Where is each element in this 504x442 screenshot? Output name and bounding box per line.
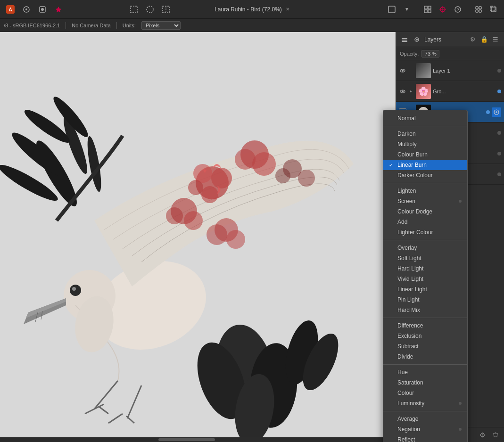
svg-point-72 <box>402 90 404 92</box>
icon-lock[interactable]: 🔒 <box>479 35 489 44</box>
layer-item[interactable]: 🌸 Gro... <box>396 81 504 102</box>
svg-point-45 <box>166 207 183 224</box>
icon-arrange[interactable] <box>421 3 434 16</box>
icon-settings[interactable]: ⚙ <box>468 35 478 44</box>
blend-section-difference: Difference Exclusion Subtract Divide <box>383 319 467 363</box>
blend-item-exclusion[interactable]: Exclusion <box>383 331 467 341</box>
opacity-input[interactable] <box>421 50 439 57</box>
expand-icon[interactable] <box>408 68 414 74</box>
layer-name: Layer 1 <box>433 68 496 74</box>
blend-item-colour-dodge[interactable]: Colour Dodge <box>383 206 467 217</box>
blend-item-hard-light[interactable]: Hard Light <box>383 263 467 274</box>
blend-mode-dropdown: Normal Darken Multiply Colour Burn ✓ Lin… <box>383 110 468 442</box>
blend-item-hard-mix[interactable]: Hard Mix <box>383 305 467 315</box>
blend-label: Lighten <box>397 188 416 194</box>
blend-item-linear-burn[interactable]: ✓ Linear Burn <box>383 160 467 170</box>
divider <box>383 411 467 411</box>
blend-item-add[interactable]: Add <box>383 217 467 227</box>
info-bar: /8 - sRGB IEC61966-2.1 No Camera Data Un… <box>0 19 504 32</box>
svg-rect-14 <box>428 10 431 13</box>
icon-layers[interactable] <box>400 35 409 44</box>
blend-item-luminosity[interactable]: Luminosity <box>383 398 467 409</box>
blend-item-soft-light[interactable]: Soft Light <box>383 253 467 263</box>
blend-item-difference[interactable]: Difference <box>383 320 467 331</box>
blend-section-average: Average Negation Reflect Glow Contrast N… <box>383 413 467 442</box>
icon-select-rect[interactable] <box>127 3 140 16</box>
blend-item-normal[interactable]: Normal <box>383 113 467 123</box>
blend-item-reflect[interactable]: Reflect <box>383 434 467 442</box>
icon-tool3[interactable] <box>52 3 65 16</box>
eye-icon[interactable] <box>399 67 406 74</box>
svg-point-36 <box>193 164 212 183</box>
expand-icon[interactable] <box>408 89 414 94</box>
blend-label: Negation <box>397 426 420 433</box>
blend-label: Pin Light <box>397 296 420 303</box>
layer-item[interactable]: Layer 1 <box>396 60 504 81</box>
icon-assist[interactable]: ? <box>451 3 464 16</box>
blend-item-negation[interactable]: Negation <box>383 424 467 434</box>
svg-text:A: A <box>8 7 12 12</box>
blend-label: Normal <box>397 115 416 122</box>
opacity-label: Opacity: <box>400 51 419 57</box>
svg-point-53 <box>70 285 81 296</box>
blend-item-colour[interactable]: Colour <box>383 388 467 398</box>
blend-item-darken[interactable]: Darken <box>383 129 467 139</box>
blend-item-vivid-light[interactable]: Vivid Light <box>383 274 467 284</box>
blend-item-darker-colour[interactable]: Darker Colour <box>383 170 467 180</box>
close-tab-btn[interactable]: ✕ <box>286 7 289 12</box>
icon-duplicate[interactable] <box>487 3 500 16</box>
blend-item-hue[interactable]: Hue <box>383 367 467 377</box>
top-toolbar: A Laura Rubin - Bird (72.0%) ✕ ▼ <box>0 0 504 19</box>
icon-menu[interactable]: ☰ <box>491 35 500 44</box>
icon-select-col[interactable] <box>159 3 173 16</box>
layer-name: Gro... <box>433 89 496 94</box>
units-label: Units: <box>123 23 136 28</box>
icon-tool1[interactable] <box>20 3 33 16</box>
blend-item-lighten[interactable]: Lighten <box>383 186 467 196</box>
blend-item-subtract[interactable]: Subtract <box>383 341 467 352</box>
icon-history[interactable] <box>472 3 485 16</box>
checkmark-icon: ✓ <box>389 163 395 168</box>
divider <box>383 183 467 183</box>
svg-point-51 <box>275 168 290 183</box>
eye-icon[interactable] <box>399 88 406 95</box>
svg-rect-20 <box>476 7 478 9</box>
icon-dropdown-arrow[interactable]: ▼ <box>400 3 413 16</box>
icon-affinity[interactable]: A <box>4 3 17 16</box>
color-profile: /8 - sRGB IEC61966-2.1 <box>4 23 60 28</box>
svg-point-41 <box>252 152 276 176</box>
blend-label: Screen <box>397 198 415 205</box>
scrollbar-thumb[interactable] <box>158 438 215 441</box>
icon-view-mode[interactable] <box>385 3 398 16</box>
blend-item-colour-burn[interactable]: Colour Burn <box>383 149 467 160</box>
divider <box>383 318 467 318</box>
icon-delete-layer[interactable] <box>491 430 500 440</box>
canvas-area[interactable] <box>0 32 396 442</box>
svg-rect-13 <box>424 10 427 13</box>
blend-item-divide[interactable]: Divide <box>383 352 467 362</box>
icon-visibility[interactable] <box>412 35 421 44</box>
settings-icon[interactable] <box>492 107 501 117</box>
icon-select-ellipse[interactable] <box>143 3 157 16</box>
blend-item-pin-light[interactable]: Pin Light <box>383 295 467 305</box>
opacity-row: Opacity: <box>396 47 504 60</box>
svg-rect-64 <box>402 38 407 39</box>
blend-item-multiply[interactable]: Multiply <box>383 139 467 149</box>
icon-snap[interactable] <box>436 3 449 16</box>
icon-gear-small[interactable]: ⚙ <box>478 430 487 440</box>
blend-item-linear-light[interactable]: Linear Light <box>383 284 467 295</box>
blend-label: Colour Burn <box>397 151 428 158</box>
blend-item-lighter-colour[interactable]: Lighter Colour <box>383 227 467 237</box>
svg-point-42 <box>235 149 256 170</box>
blend-label: Saturation <box>397 379 423 386</box>
icon-tool2[interactable] <box>36 3 49 16</box>
dot-indicator <box>459 402 462 405</box>
blend-item-saturation[interactable]: Saturation <box>383 377 467 388</box>
blend-item-overlay[interactable]: Overlay <box>383 243 467 253</box>
dot-indicator <box>459 428 462 431</box>
units-select[interactable]: Pixels Inches Millimeters <box>141 21 181 30</box>
blend-item-screen[interactable]: Screen <box>383 196 467 206</box>
svg-point-5 <box>41 8 44 11</box>
blend-item-average[interactable]: Average <box>383 414 467 424</box>
canvas-scrollbar[interactable] <box>0 437 396 442</box>
